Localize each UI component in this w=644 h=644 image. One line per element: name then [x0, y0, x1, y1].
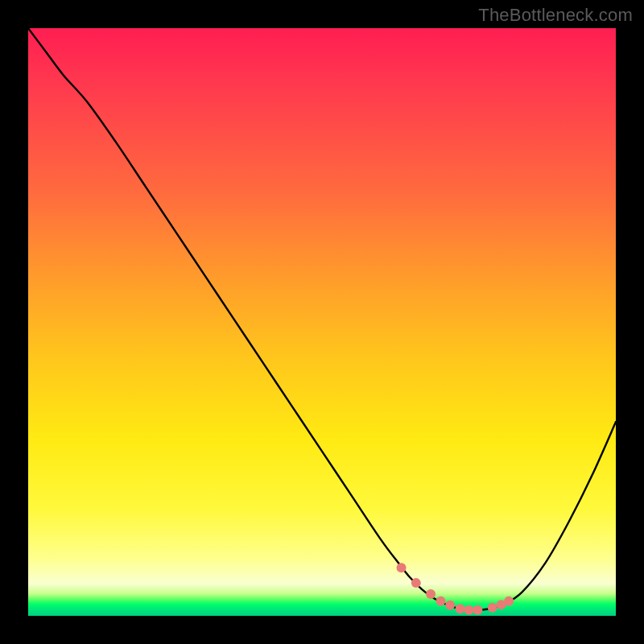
watermark-text: TheBottleneck.com — [478, 5, 633, 26]
highlight-dot — [473, 605, 482, 615]
highlight-dot — [436, 597, 445, 606]
highlight-dot — [464, 605, 474, 615]
highlight-dot — [426, 589, 436, 599]
highlight-dot — [397, 563, 407, 572]
plot-area — [28, 28, 616, 616]
highlight-dot — [488, 603, 497, 613]
highlight-dot — [411, 578, 421, 588]
chart-frame: TheBottleneck.com — [0, 0, 644, 644]
highlight-dot — [445, 601, 455, 610]
highlight-dot — [504, 597, 514, 606]
highlight-dot — [456, 604, 465, 613]
highlight-dots — [28, 28, 616, 616]
